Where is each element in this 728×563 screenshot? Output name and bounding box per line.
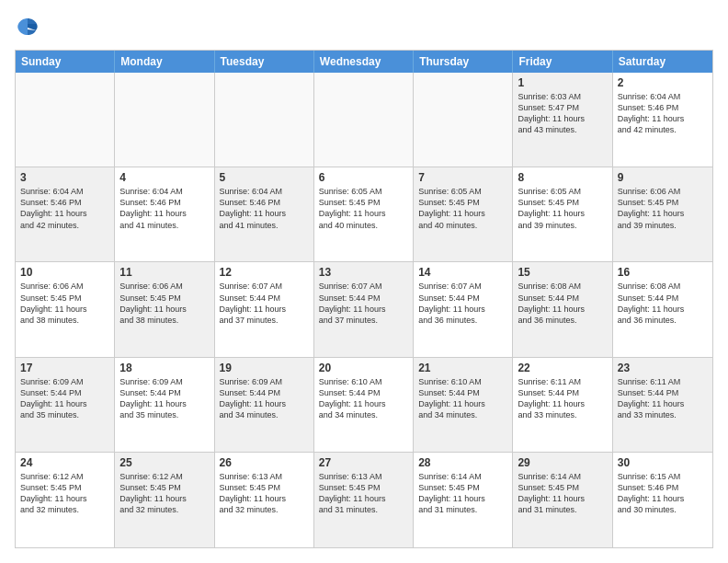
cell-text: Sunrise: 6:13 AM Sunset: 5:45 PM Dayligh… [319,471,408,516]
cell-text: Sunrise: 6:05 AM Sunset: 5:45 PM Dayligh… [518,186,607,231]
day-number: 21 [418,362,507,374]
table-row: 18Sunrise: 6:09 AM Sunset: 5:44 PM Dayli… [115,358,214,452]
table-row: 11Sunrise: 6:06 AM Sunset: 5:45 PM Dayli… [115,262,214,356]
day-number: 15 [518,266,607,279]
table-row [16,73,115,167]
table-row: 12Sunrise: 6:07 AM Sunset: 5:44 PM Dayli… [215,262,314,356]
cell-text: Sunrise: 6:11 AM Sunset: 5:44 PM Dayligh… [618,376,708,421]
calendar-row: 17Sunrise: 6:09 AM Sunset: 5:44 PM Dayli… [16,358,712,453]
day-number: 28 [418,456,507,469]
table-row: 13Sunrise: 6:07 AM Sunset: 5:44 PM Dayli… [314,262,414,356]
day-number: 16 [618,266,708,279]
header-day-tuesday: Tuesday [215,51,314,73]
cell-text: Sunrise: 6:08 AM Sunset: 5:44 PM Dayligh… [518,281,607,326]
day-number: 2 [618,76,708,89]
cell-text: Sunrise: 6:07 AM Sunset: 5:44 PM Dayligh… [319,281,408,326]
day-number: 26 [220,456,309,469]
table-row: 21Sunrise: 6:10 AM Sunset: 5:44 PM Dayli… [414,358,513,452]
table-row: 10Sunrise: 6:06 AM Sunset: 5:45 PM Dayli… [16,262,115,356]
day-number: 30 [618,456,708,469]
cell-text: Sunrise: 6:05 AM Sunset: 5:45 PM Dayligh… [319,186,408,231]
table-row: 19Sunrise: 6:09 AM Sunset: 5:44 PM Dayli… [215,358,314,452]
cell-text: Sunrise: 6:04 AM Sunset: 5:46 PM Dayligh… [220,186,309,231]
table-row: 28Sunrise: 6:14 AM Sunset: 5:45 PM Dayli… [414,453,513,547]
header-day-friday: Friday [513,51,612,73]
day-number: 5 [220,171,309,184]
table-row [215,73,314,167]
table-row: 29Sunrise: 6:14 AM Sunset: 5:45 PM Dayli… [513,453,612,547]
cell-text: Sunrise: 6:07 AM Sunset: 5:44 PM Dayligh… [418,281,507,326]
day-number: 11 [119,266,209,279]
table-row: 4Sunrise: 6:04 AM Sunset: 5:46 PM Daylig… [115,167,214,261]
header-day-thursday: Thursday [414,51,513,73]
table-row: 6Sunrise: 6:05 AM Sunset: 5:45 PM Daylig… [314,167,414,261]
day-number: 22 [518,362,607,374]
table-row: 24Sunrise: 6:12 AM Sunset: 5:45 PM Dayli… [16,453,115,547]
calendar-row: 3Sunrise: 6:04 AM Sunset: 5:46 PM Daylig… [16,167,712,262]
table-row: 26Sunrise: 6:13 AM Sunset: 5:45 PM Dayli… [215,453,314,547]
calendar: SundayMondayTuesdayWednesdayThursdayFrid… [15,50,713,548]
table-row: 1Sunrise: 6:03 AM Sunset: 5:47 PM Daylig… [513,73,612,167]
cell-text: Sunrise: 6:07 AM Sunset: 5:44 PM Dayligh… [220,281,309,326]
table-row: 27Sunrise: 6:13 AM Sunset: 5:45 PM Dayli… [314,453,414,547]
calendar-row: 1Sunrise: 6:03 AM Sunset: 5:47 PM Daylig… [16,73,712,167]
table-row: 25Sunrise: 6:12 AM Sunset: 5:45 PM Dayli… [115,453,214,547]
cell-text: Sunrise: 6:15 AM Sunset: 5:46 PM Dayligh… [618,471,708,516]
table-row: 8Sunrise: 6:05 AM Sunset: 5:45 PM Daylig… [513,167,612,261]
table-row [314,73,414,167]
table-row: 23Sunrise: 6:11 AM Sunset: 5:44 PM Dayli… [613,358,712,452]
cell-text: Sunrise: 6:04 AM Sunset: 5:46 PM Dayligh… [119,186,209,231]
table-row [414,73,513,167]
table-row: 3Sunrise: 6:04 AM Sunset: 5:46 PM Daylig… [16,167,115,261]
cell-text: Sunrise: 6:05 AM Sunset: 5:45 PM Dayligh… [418,186,507,231]
cell-text: Sunrise: 6:13 AM Sunset: 5:45 PM Dayligh… [220,471,309,516]
table-row: 7Sunrise: 6:05 AM Sunset: 5:45 PM Daylig… [414,167,513,261]
header-day-saturday: Saturday [613,51,712,73]
table-row [115,73,214,167]
calendar-row: 24Sunrise: 6:12 AM Sunset: 5:45 PM Dayli… [16,453,712,547]
day-number: 9 [618,171,708,184]
logo [15,15,44,40]
day-number: 23 [618,362,708,374]
table-row: 9Sunrise: 6:06 AM Sunset: 5:45 PM Daylig… [613,167,712,261]
day-number: 12 [220,266,309,279]
page: SundayMondayTuesdayWednesdayThursdayFrid… [0,0,728,563]
cell-text: Sunrise: 6:12 AM Sunset: 5:45 PM Dayligh… [20,471,109,516]
day-number: 3 [20,171,109,184]
cell-text: Sunrise: 6:09 AM Sunset: 5:44 PM Dayligh… [119,376,209,421]
day-number: 13 [319,266,408,279]
header-day-sunday: Sunday [16,51,115,73]
table-row: 5Sunrise: 6:04 AM Sunset: 5:46 PM Daylig… [215,167,314,261]
day-number: 20 [319,362,408,374]
table-row: 22Sunrise: 6:11 AM Sunset: 5:44 PM Dayli… [513,358,612,452]
day-number: 17 [20,362,109,374]
table-row: 2Sunrise: 6:04 AM Sunset: 5:46 PM Daylig… [613,73,712,167]
day-number: 6 [319,171,408,184]
cell-text: Sunrise: 6:06 AM Sunset: 5:45 PM Dayligh… [618,186,708,231]
cell-text: Sunrise: 6:11 AM Sunset: 5:44 PM Dayligh… [518,376,607,421]
day-number: 4 [119,171,209,184]
cell-text: Sunrise: 6:03 AM Sunset: 5:47 PM Dayligh… [518,91,607,136]
day-number: 29 [518,456,607,469]
table-row: 16Sunrise: 6:08 AM Sunset: 5:44 PM Dayli… [613,262,712,356]
day-number: 24 [20,456,109,469]
cell-text: Sunrise: 6:14 AM Sunset: 5:45 PM Dayligh… [518,471,607,516]
logo-icon [15,15,40,40]
header-day-wednesday: Wednesday [314,51,414,73]
table-row: 20Sunrise: 6:10 AM Sunset: 5:44 PM Dayli… [314,358,414,452]
cell-text: Sunrise: 6:06 AM Sunset: 5:45 PM Dayligh… [20,281,109,326]
day-number: 18 [119,362,209,374]
cell-text: Sunrise: 6:04 AM Sunset: 5:46 PM Dayligh… [20,186,109,231]
day-number: 10 [20,266,109,279]
cell-text: Sunrise: 6:10 AM Sunset: 5:44 PM Dayligh… [418,376,507,421]
day-number: 14 [418,266,507,279]
day-number: 25 [119,456,209,469]
table-row: 30Sunrise: 6:15 AM Sunset: 5:46 PM Dayli… [613,453,712,547]
table-row: 14Sunrise: 6:07 AM Sunset: 5:44 PM Dayli… [414,262,513,356]
calendar-row: 10Sunrise: 6:06 AM Sunset: 5:45 PM Dayli… [16,262,712,357]
table-row: 17Sunrise: 6:09 AM Sunset: 5:44 PM Dayli… [16,358,115,452]
day-number: 7 [418,171,507,184]
calendar-body: 1Sunrise: 6:03 AM Sunset: 5:47 PM Daylig… [16,73,712,547]
cell-text: Sunrise: 6:09 AM Sunset: 5:44 PM Dayligh… [220,376,309,421]
cell-text: Sunrise: 6:14 AM Sunset: 5:45 PM Dayligh… [418,471,507,516]
